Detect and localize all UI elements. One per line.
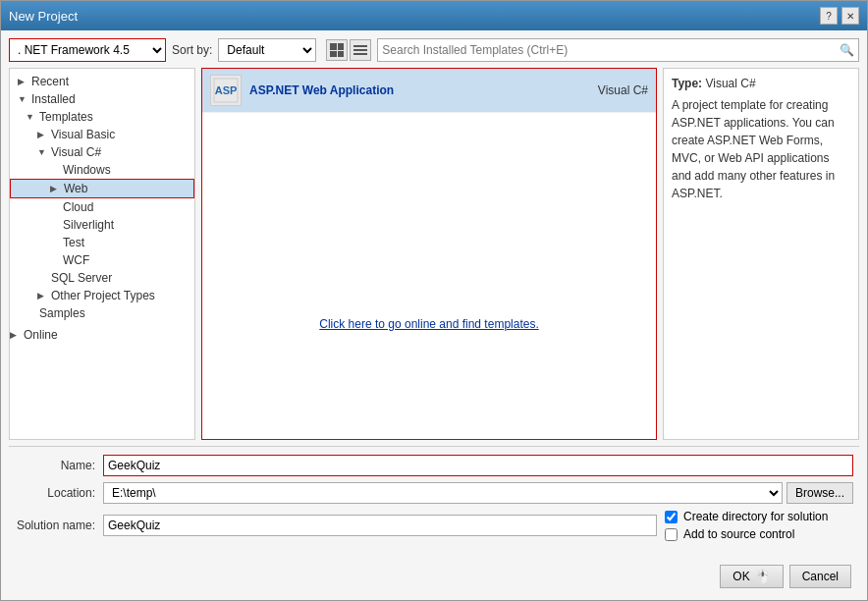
- ok-button[interactable]: OK 🖱️: [720, 565, 783, 588]
- solution-name-row: Solution name: Create directory for solu…: [15, 510, 853, 541]
- title-bar-buttons: ? ✕: [820, 7, 859, 25]
- sidebar-item-label: Silverlight: [63, 218, 114, 232]
- title-bar: New Project ? ✕: [1, 1, 867, 30]
- new-project-dialog: New Project ? ✕ . NET Framework 4.5 Sort…: [0, 0, 868, 601]
- framework-dropdown[interactable]: . NET Framework 4.5: [9, 38, 166, 62]
- sidebar: ▶ Recent ▼ Installed ▼ Templates ▶ Visua…: [9, 68, 195, 440]
- center-content: ASP ASP.NET Web Application Visual C# Cl…: [201, 68, 657, 440]
- close-button[interactable]: ✕: [841, 7, 859, 25]
- arrow-icon: ▶: [18, 77, 27, 86]
- top-bar: . NET Framework 4.5 Sort by: Default: [9, 38, 859, 62]
- name-input[interactable]: [103, 455, 853, 476]
- dialog-buttons: OK 🖱️ Cancel: [9, 561, 859, 592]
- sidebar-item-label: Visual C#: [51, 145, 101, 159]
- sidebar-item-label: Visual Basic: [51, 128, 115, 141]
- sort-dropdown[interactable]: Default: [218, 38, 316, 62]
- search-icon: 🔍: [840, 43, 854, 57]
- sidebar-item-label: Recent: [31, 75, 69, 88]
- templates-panel: ASP ASP.NET Web Application Visual C# Cl…: [201, 68, 657, 440]
- arrow-icon: ▶: [50, 184, 60, 193]
- sidebar-item-label: Other Project Types: [51, 289, 155, 302]
- sidebar-item-label: Online: [24, 328, 58, 342]
- sidebar-item-web[interactable]: ▶ Web: [10, 179, 194, 198]
- solution-name-label: Solution name:: [15, 519, 103, 532]
- sidebar-item-label: Templates: [39, 110, 93, 124]
- sidebar-item-visual-csharp[interactable]: ▼ Visual C#: [10, 143, 194, 161]
- location-dropdown[interactable]: E:\temp\: [103, 482, 783, 504]
- location-label: Location:: [15, 486, 103, 500]
- location-field-group: E:\temp\ Browse...: [103, 482, 853, 504]
- arrow-icon: ▶: [37, 130, 47, 139]
- arrow-icon: ▶: [10, 330, 20, 340]
- location-row: Location: E:\temp\ Browse...: [15, 482, 853, 504]
- add-source-control-checkbox[interactable]: [665, 528, 678, 541]
- sidebar-item-label: Windows: [63, 163, 111, 177]
- arrow-icon: ▼: [26, 112, 35, 122]
- cancel-button[interactable]: Cancel: [789, 565, 851, 588]
- browse-button[interactable]: Browse...: [787, 482, 853, 504]
- arrow-icon: ▼: [18, 94, 27, 104]
- sidebar-item-label: SQL Server: [51, 271, 112, 285]
- grid-view-icon[interactable]: [326, 39, 348, 61]
- sort-label: Sort by:: [172, 43, 212, 57]
- search-box[interactable]: 🔍: [377, 38, 859, 62]
- sidebar-item-sql-server[interactable]: ▶ SQL Server: [10, 269, 194, 287]
- sidebar-item-label: Cloud: [63, 200, 93, 214]
- sidebar-item-installed[interactable]: ▼ Installed: [10, 90, 194, 108]
- sidebar-item-silverlight[interactable]: ▶ Silverlight: [10, 216, 194, 234]
- sidebar-item-recent[interactable]: ▶ Recent: [10, 73, 194, 90]
- list-view-icon[interactable]: [350, 39, 371, 61]
- sidebar-item-label: Installed: [31, 92, 76, 106]
- sidebar-item-test[interactable]: ▶ Test: [10, 234, 194, 251]
- view-icons: [326, 39, 371, 61]
- create-directory-checkbox-row: Create directory for solution: [665, 510, 853, 523]
- create-directory-label: Create directory for solution: [683, 510, 828, 523]
- add-source-control-label: Add to source control: [683, 527, 794, 541]
- sidebar-item-visual-basic[interactable]: ▶ Visual Basic: [10, 126, 194, 143]
- sidebar-item-wcf[interactable]: ▶ WCF: [10, 251, 194, 269]
- sidebar-item-online[interactable]: ▶ Online: [10, 326, 194, 344]
- dialog-title: New Project: [9, 9, 78, 24]
- sidebar-item-label: Samples: [39, 306, 85, 320]
- template-icon: ASP: [210, 75, 242, 106]
- sidebar-item-label: WCF: [63, 253, 89, 267]
- template-language: Visual C#: [598, 83, 648, 97]
- name-row: Name:: [15, 455, 853, 476]
- add-source-control-checkbox-row: Add to source control: [665, 527, 853, 541]
- template-item-aspnet[interactable]: ASP ASP.NET Web Application Visual C#: [202, 69, 656, 113]
- description-text: A project template for creating ASP.NET …: [672, 96, 850, 202]
- bottom-form: Name: Location: E:\temp\ Browse... Solut…: [9, 446, 859, 555]
- right-panel: Type: Visual C# A project template for c…: [663, 68, 859, 440]
- arrow-icon: ▼: [37, 147, 47, 157]
- solution-name-input[interactable]: [103, 515, 657, 536]
- sidebar-item-samples[interactable]: ▶ Samples: [10, 304, 194, 322]
- create-directory-checkbox[interactable]: [665, 511, 678, 523]
- name-label: Name:: [15, 459, 103, 472]
- sidebar-item-label: Web: [64, 182, 87, 195]
- sidebar-item-label: Test: [63, 236, 84, 249]
- sidebar-item-windows[interactable]: ▶ Windows: [10, 161, 194, 179]
- template-name: ASP.NET Web Application: [249, 83, 590, 97]
- online-templates-link[interactable]: Click here to go online and find templat…: [202, 309, 656, 339]
- svg-text:ASP: ASP: [215, 84, 238, 96]
- help-button[interactable]: ?: [820, 7, 838, 25]
- dialog-content: . NET Framework 4.5 Sort by: Default: [1, 30, 867, 600]
- arrow-icon: ▶: [37, 291, 47, 300]
- sidebar-item-cloud[interactable]: ▶ Cloud: [10, 198, 194, 216]
- main-area: ▶ Recent ▼ Installed ▼ Templates ▶ Visua…: [9, 68, 859, 440]
- sidebar-item-templates[interactable]: ▼ Templates: [10, 108, 194, 126]
- search-input[interactable]: [382, 43, 840, 57]
- cursor-icon: 🖱️: [754, 569, 771, 584]
- type-line: Type: Visual C#: [672, 77, 850, 90]
- type-value: Visual C#: [705, 77, 755, 90]
- sidebar-item-other-project-types[interactable]: ▶ Other Project Types: [10, 287, 194, 304]
- type-label: Type:: [672, 77, 702, 90]
